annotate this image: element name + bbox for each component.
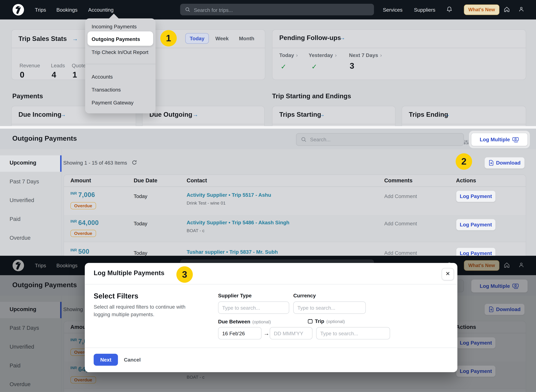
metric-value: 4 — [52, 70, 56, 79]
menu-item-outgoing-payments[interactable]: Outgoing Payments — [92, 36, 152, 42]
add-comment-link[interactable]: Add Comment — [384, 250, 417, 256]
search-icon — [301, 137, 306, 142]
trip-search-input[interactable] — [316, 327, 390, 340]
download-button[interactable]: Download — [484, 157, 525, 169]
table-row: INR7,006 Overdue Today Activity Supplier… — [64, 187, 526, 215]
due-date: Today — [134, 221, 147, 226]
payments-search-input[interactable] — [309, 133, 447, 145]
arrow-right-icon[interactable]: → — [319, 111, 325, 118]
column-due-date: Due Date — [134, 177, 157, 184]
divider — [85, 348, 457, 348]
search-icon — [185, 7, 190, 12]
sidebar-item-unverified[interactable]: Unverified — [0, 197, 70, 204]
trip-sales-stats-title: Trip Sales Stats — [19, 35, 67, 43]
due-date: Today — [134, 250, 147, 256]
chevron-right-icon: › — [296, 52, 298, 58]
pending-tab-yesterday[interactable]: Yesterday› — [309, 52, 337, 58]
payments-search-bar — [296, 133, 464, 146]
date-from-input[interactable] — [218, 327, 262, 340]
home-icon[interactable] — [503, 6, 510, 14]
overdue-badge: Overdue — [70, 230, 96, 237]
metric-value: 1 — [72, 70, 77, 79]
due-outgoing-card: Due Outgoing → — [142, 106, 265, 126]
log-payment-button[interactable]: Log Payment — [456, 191, 496, 202]
sidebar-item-upcoming[interactable]: Upcoming — [0, 160, 70, 166]
nav-trips[interactable]: Trips — [35, 0, 46, 19]
period-week[interactable]: Week — [215, 36, 229, 41]
modal-description: Select all required filters to continue … — [94, 303, 199, 318]
arrow-right-icon[interactable]: → — [72, 36, 78, 42]
log-multiple-button[interactable]: Log Multiple — [471, 133, 528, 146]
supplier-type-input[interactable] — [218, 302, 289, 314]
outgoing-payments-section: Outgoing Payments Log Multiple Showing 1… — [0, 129, 536, 256]
overdue-badge: Overdue — [70, 202, 96, 209]
currency-input[interactable] — [293, 302, 366, 314]
nav-services[interactable]: Services — [383, 0, 402, 19]
log-payment-button[interactable]: Log Payment — [456, 219, 496, 230]
sidebar-item-overdue[interactable]: Overdue — [0, 235, 70, 241]
trips-starting-card: Trips Starting → — [272, 106, 395, 126]
divider — [85, 64, 155, 64]
arrow-right-icon[interactable]: → — [192, 111, 198, 118]
menu-item-transactions[interactable]: Transactions — [92, 87, 152, 93]
due-date: Today — [134, 193, 147, 199]
dropdown-caret — [109, 14, 119, 19]
top-navbar: Trips Bookings Accounting Services Suppl… — [0, 0, 536, 19]
period-today[interactable]: Today — [185, 33, 209, 44]
column-amount: Amount — [70, 177, 91, 184]
close-icon[interactable]: ✕ — [442, 268, 454, 280]
refresh-icon[interactable] — [132, 160, 137, 167]
arrow-right-icon[interactable]: → — [340, 34, 345, 41]
add-comment-link[interactable]: Add Comment — [384, 221, 417, 226]
pending-tab-next7days[interactable]: Next 7 Days› — [349, 52, 382, 58]
trips-ending-card: Trips Ending → — [402, 106, 526, 126]
modal-section: Trips Bookings Accounting Services Suppl… — [0, 256, 536, 392]
date-to-input[interactable] — [270, 327, 312, 340]
accounting-dropdown-menu: Incoming Payments Outgoing Payments Trip… — [85, 19, 155, 113]
sidebar-item-past7days[interactable]: Past 7 Days — [0, 178, 70, 185]
metric-label: Quote — [72, 62, 86, 68]
check-icon: ✓ — [311, 62, 317, 71]
nav-suppliers[interactable]: Suppliers — [414, 0, 435, 19]
bell-icon[interactable] — [446, 6, 453, 14]
log-payment-button[interactable]: Log Payment — [456, 247, 496, 256]
currency-label: Currency — [293, 293, 316, 299]
menu-item-trip-check-report[interactable]: Trip Check In/Out Report — [92, 49, 152, 55]
showing-count: Showing 1 - 15 of 463 Items — [63, 160, 127, 166]
menu-item-accounts[interactable]: Accounts — [92, 74, 152, 79]
screenshot-stage: Trips Bookings Accounting Services Suppl… — [0, 0, 536, 392]
period-month[interactable]: Month — [239, 36, 254, 41]
dashboard-section: Trips Bookings Accounting Services Suppl… — [0, 0, 536, 126]
sidebar-item-paid[interactable]: Paid — [0, 216, 70, 222]
menu-item-payment-gateway[interactable]: Payment Gateway — [92, 100, 152, 106]
next-button[interactable]: Next — [94, 354, 118, 366]
add-comment-link[interactable]: Add Comment — [384, 193, 417, 199]
table-row: INR64,000 Overdue Today Activity Supplie… — [64, 215, 526, 242]
nav-bookings[interactable]: Bookings — [56, 0, 77, 19]
arrow-right-icon[interactable]: → — [60, 111, 66, 118]
pending-tab-today[interactable]: Today› — [279, 52, 298, 58]
download-icon — [488, 160, 494, 166]
contact-link[interactable]: Activity Supplier • Trip 5486 - Akash Si… — [187, 219, 289, 225]
chevron-right-icon: › — [335, 52, 337, 58]
pending-count: 3 — [350, 61, 354, 71]
menu-item-incoming-payments[interactable]: Incoming Payments — [92, 23, 152, 29]
check-icon: ✓ — [281, 62, 287, 71]
page-header: Outgoing Payments Log Multiple — [0, 129, 536, 149]
pending-followups-title: Pending Follow-ups — [279, 34, 341, 42]
app-logo-icon[interactable] — [12, 4, 24, 16]
calendar-icon — [308, 318, 313, 324]
spotlight-highlight: Log Multiple — [469, 131, 530, 148]
payments-heading: Payments — [12, 93, 43, 100]
divider — [273, 124, 395, 124]
divider — [62, 149, 62, 256]
contact-link[interactable]: Tushar supplier • Trip 5837 - Mr. Subh — [187, 249, 278, 255]
arrow-right-icon: → — [263, 330, 269, 337]
trip-search-input[interactable] — [193, 4, 369, 16]
user-icon[interactable] — [518, 6, 524, 14]
whats-new-button[interactable]: What's New — [464, 5, 499, 15]
arrow-right-icon[interactable]: → — [444, 111, 450, 118]
column-actions: Actions — [456, 177, 476, 184]
cancel-button[interactable]: Cancel — [122, 354, 143, 366]
contact-link[interactable]: Activity Supplier • Trip 5517 - Ashu — [187, 192, 271, 198]
